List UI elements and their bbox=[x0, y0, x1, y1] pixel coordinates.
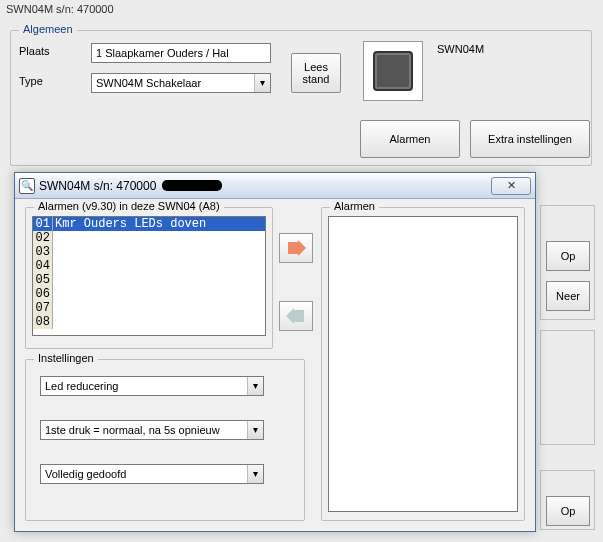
inst-combo-3[interactable]: Volledig gedoofd ▾ bbox=[40, 464, 264, 484]
op-label: Op bbox=[561, 250, 576, 262]
inst-combo-3-value: Volledig gedoofd bbox=[45, 468, 126, 480]
op-button-1[interactable]: Op bbox=[546, 241, 590, 271]
dialog-title: SWN04M s/n: 470000 bbox=[39, 179, 156, 193]
alarm-row[interactable]: 07 bbox=[33, 301, 265, 315]
extra-instellingen-button[interactable]: Extra instellingen bbox=[470, 120, 590, 158]
label-plaats: Plaats bbox=[19, 45, 50, 57]
alarm-row[interactable]: 06 bbox=[33, 287, 265, 301]
chevron-down-icon: ▾ bbox=[247, 377, 263, 395]
type-combo[interactable]: SWN04M Schakelaar ▾ bbox=[91, 73, 271, 93]
alarm-row-text bbox=[53, 315, 265, 329]
neer-button-1[interactable]: Neer bbox=[546, 281, 590, 311]
alarm-row-text bbox=[53, 301, 265, 315]
magnifier-icon: 🔍 bbox=[19, 178, 35, 194]
inst-combo-2-value: 1ste druk = normaal, na 5s opnieuw bbox=[45, 424, 220, 436]
chevron-down-icon: ▾ bbox=[247, 421, 263, 439]
close-icon: ✕ bbox=[507, 179, 516, 192]
plaats-field[interactable]: 1 Slaapkamer Ouders / Hal bbox=[91, 43, 271, 63]
neer-label: Neer bbox=[556, 290, 580, 302]
alarm-row-number: 02 bbox=[33, 231, 53, 245]
alarm-row[interactable]: 02 bbox=[33, 231, 265, 245]
group-algemeen-legend: Algemeen bbox=[19, 23, 77, 35]
plaats-value: 1 Slaapkamer Ouders / Hal bbox=[96, 47, 229, 59]
title-redacted-bar bbox=[162, 180, 222, 191]
lees-stand-button[interactable]: Lees stand bbox=[291, 53, 341, 93]
alarm-row-number: 03 bbox=[33, 245, 53, 259]
alarmen-button-label: Alarmen bbox=[390, 133, 431, 145]
extra-instellingen-button-label: Extra instellingen bbox=[488, 133, 572, 145]
arrow-right-icon bbox=[286, 240, 306, 256]
alarm-row-text: Kmr Ouders LEDs doven bbox=[53, 217, 265, 231]
alarm-row-number: 04 bbox=[33, 259, 53, 273]
svg-marker-0 bbox=[288, 240, 306, 256]
device-name-label: SWN04M bbox=[437, 43, 484, 55]
arrow-left-icon bbox=[286, 308, 306, 324]
op-button-3[interactable]: Op bbox=[546, 496, 590, 526]
chevron-down-icon: ▾ bbox=[254, 74, 270, 92]
side-group-2 bbox=[540, 330, 595, 445]
alarm-row-text bbox=[53, 259, 265, 273]
target-alarm-list[interactable] bbox=[328, 216, 518, 512]
alarm-row-text bbox=[53, 287, 265, 301]
label-type: Type bbox=[19, 75, 43, 87]
alarm-row-text bbox=[53, 245, 265, 259]
inst-combo-1[interactable]: Led reducering ▾ bbox=[40, 376, 264, 396]
group-alarm-list: Alarmen (v9.30) in deze SWN04 (A8) 01Kmr… bbox=[25, 207, 273, 349]
group-alarm-list-legend: Alarmen (v9.30) in deze SWN04 (A8) bbox=[34, 200, 224, 212]
alarm-row-text bbox=[53, 231, 265, 245]
alarm-row[interactable]: 08 bbox=[33, 315, 265, 329]
op-label: Op bbox=[561, 505, 576, 517]
alarmen-dialog: 🔍 SWN04M s/n: 470000 ✕ Alarmen (v9.30) i… bbox=[14, 172, 536, 532]
move-right-button[interactable] bbox=[279, 233, 313, 263]
svg-marker-1 bbox=[286, 308, 304, 324]
alarm-row[interactable]: 01Kmr Ouders LEDs doven bbox=[33, 217, 265, 231]
alarm-row-number: 05 bbox=[33, 273, 53, 287]
group-instellingen-legend: Instellingen bbox=[34, 352, 98, 364]
switch-icon bbox=[373, 51, 413, 91]
side-group-3: Op bbox=[540, 470, 595, 530]
type-value: SWN04M Schakelaar bbox=[96, 77, 201, 89]
group-target-alarmen: Alarmen bbox=[321, 207, 525, 521]
alarm-list[interactable]: 01Kmr Ouders LEDs doven02030405060708 bbox=[32, 216, 266, 336]
inst-combo-1-value: Led reducering bbox=[45, 380, 118, 392]
main-window-title: SWN04M s/n: 470000 bbox=[6, 3, 114, 15]
alarm-row[interactable]: 04 bbox=[33, 259, 265, 273]
alarm-row-number: 01 bbox=[33, 217, 53, 231]
dialog-titlebar: 🔍 SWN04M s/n: 470000 ✕ bbox=[15, 173, 535, 199]
group-target-alarmen-legend: Alarmen bbox=[330, 200, 379, 212]
alarm-row-number: 08 bbox=[33, 315, 53, 329]
alarm-row[interactable]: 03 bbox=[33, 245, 265, 259]
alarm-row[interactable]: 05 bbox=[33, 273, 265, 287]
alarm-row-number: 07 bbox=[33, 301, 53, 315]
chevron-down-icon: ▾ bbox=[247, 465, 263, 483]
side-group-1: Op Neer bbox=[540, 205, 595, 320]
alarmen-button[interactable]: Alarmen bbox=[360, 120, 460, 158]
move-left-button[interactable] bbox=[279, 301, 313, 331]
alarm-row-text bbox=[53, 273, 265, 287]
group-instellingen: Instellingen Led reducering ▾ 1ste druk … bbox=[25, 359, 305, 521]
alarm-row-number: 06 bbox=[33, 287, 53, 301]
lees-stand-label: Lees stand bbox=[303, 61, 330, 85]
inst-combo-2[interactable]: 1ste druk = normaal, na 5s opnieuw ▾ bbox=[40, 420, 264, 440]
dialog-close-button[interactable]: ✕ bbox=[491, 177, 531, 195]
device-thumbnail bbox=[363, 41, 423, 101]
